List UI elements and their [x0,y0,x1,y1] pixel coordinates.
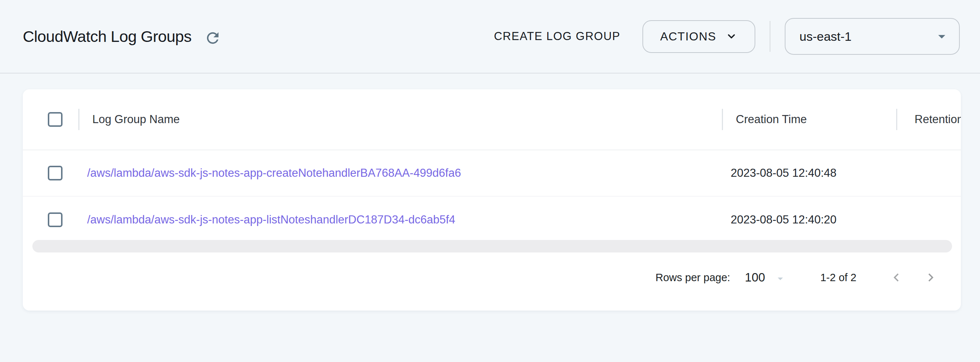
header-checkbox-cell [23,112,78,127]
row-checkbox[interactable] [48,166,62,181]
rows-per-page-select[interactable]: 100 [745,270,765,284]
creation-time-cell: 2023-08-05 12:40:20 [722,213,896,226]
log-group-link[interactable]: /aws/lambda/aws-sdk-js-notes-app-listNot… [87,213,455,226]
rows-per-page-label: Rows per page: [655,272,730,284]
actions-button[interactable]: ACTIONS [643,20,755,53]
triangle-down-icon[interactable] [774,272,787,285]
triangle-down-icon [933,28,950,45]
previous-page-button[interactable] [888,269,904,286]
log-groups-card: Log Group Name Creation Time Retention /… [23,89,961,311]
next-page-button[interactable] [923,269,939,286]
refresh-icon [204,29,221,47]
pagination-bar: Rows per page: 100 1-2 of 2 [23,263,961,292]
region-select-value: us-east-1 [799,29,852,44]
page-title: CloudWatch Log Groups [23,27,192,46]
creation-time-cell: 2023-08-05 12:40:48 [722,167,896,180]
horizontal-scrollbar [23,240,961,253]
actions-button-label: ACTIONS [660,30,716,43]
table-row: /aws/lambda/aws-sdk-js-notes-app-createN… [23,150,961,197]
pagination-range-label: 1-2 of 2 [820,272,856,284]
row-checkbox-cell [23,213,78,227]
top-bar: CloudWatch Log Groups CREATE LOG GROUP A… [0,0,980,73]
topbar-divider [770,21,770,52]
refresh-button[interactable] [204,29,221,47]
log-group-link[interactable]: /aws/lambda/aws-sdk-js-notes-app-createN… [87,167,461,179]
chevron-down-icon [725,30,738,43]
row-checkbox-cell [23,166,78,181]
create-log-group-button[interactable]: CREATE LOG GROUP [494,30,620,43]
region-select[interactable]: us-east-1 [785,18,960,55]
column-header-retention: Retention [896,89,961,149]
table-row: /aws/lambda/aws-sdk-js-notes-app-listNot… [23,197,961,243]
log-group-name-cell: /aws/lambda/aws-sdk-js-notes-app-createN… [78,167,722,180]
log-group-name-cell: /aws/lambda/aws-sdk-js-notes-app-listNot… [78,213,722,226]
column-header-creation-time: Creation Time [722,89,896,149]
chevron-left-icon [888,269,904,286]
table-header-row: Log Group Name Creation Time Retention [23,89,961,150]
chevron-right-icon [923,269,939,286]
column-header-log-group-name: Log Group Name [78,89,722,149]
select-all-checkbox[interactable] [48,112,62,127]
row-checkbox[interactable] [48,213,62,227]
main-content: Log Group Name Creation Time Retention /… [0,89,980,311]
horizontal-scrollbar-thumb[interactable] [32,240,952,252]
